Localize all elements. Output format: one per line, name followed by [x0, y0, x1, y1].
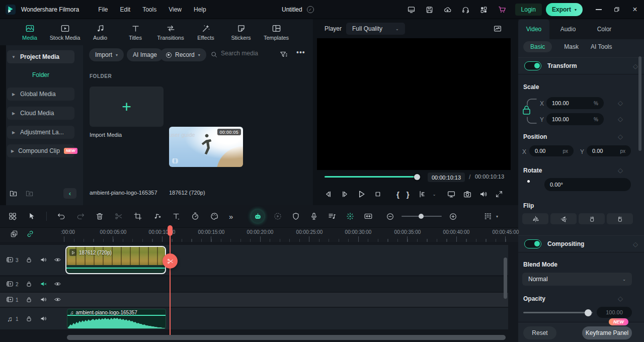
- mirror-display-icon[interactable]: [447, 190, 456, 199]
- keyframe-diamond-icon[interactable]: ◇: [618, 167, 623, 174]
- timeline-video-clip[interactable]: 187612 (720p): [65, 246, 166, 274]
- ai-assistant-icon[interactable]: [251, 210, 264, 223]
- track-video-1[interactable]: 1: [0, 293, 508, 307]
- record-button[interactable]: Record▾: [160, 48, 206, 61]
- timeline-vertical-scrollbar[interactable]: [504, 258, 507, 299]
- marker-icon[interactable]: [291, 212, 300, 221]
- speaker-icon[interactable]: [40, 315, 47, 322]
- store-cart-icon[interactable]: [493, 0, 511, 19]
- select-cursor-icon[interactable]: [27, 212, 36, 221]
- eye-icon[interactable]: [54, 296, 61, 303]
- properties-scrollbar[interactable]: [638, 56, 641, 151]
- menu-help[interactable]: Help: [188, 0, 212, 19]
- track-video-2[interactable]: 2: [0, 277, 508, 292]
- search-input[interactable]: [221, 50, 274, 57]
- stop-icon[interactable]: [373, 190, 382, 199]
- lock-icon[interactable]: [25, 280, 33, 288]
- minimize-button[interactable]: [590, 0, 608, 19]
- playhead-handle[interactable]: [168, 225, 173, 236]
- voiceover-mic-icon[interactable]: [309, 212, 318, 221]
- previous-frame-icon[interactable]: [324, 190, 333, 199]
- sidebar-item-adjustment-layer[interactable]: ▶Adjustment La...: [7, 126, 74, 139]
- tab-media[interactable]: Media: [13, 21, 46, 44]
- current-time[interactable]: 00:00:10:13: [428, 173, 465, 182]
- apps-grid-icon[interactable]: [475, 0, 493, 19]
- menu-tools[interactable]: Tools: [136, 0, 163, 19]
- auto-ripple-icon[interactable]: [346, 212, 355, 221]
- sidebar-item-global-media[interactable]: ▶Global Media: [7, 88, 74, 101]
- opacity-slider-knob[interactable]: [585, 309, 592, 316]
- subtab-ai-tools[interactable]: AI Tools: [591, 43, 612, 50]
- delete-icon[interactable]: [95, 212, 104, 221]
- scopes-icon[interactable]: [493, 24, 502, 33]
- subtab-mask[interactable]: Mask: [564, 43, 579, 50]
- video-preview[interactable]: [317, 38, 511, 170]
- speaker-icon[interactable]: [40, 256, 47, 264]
- link-clips-icon[interactable]: [26, 230, 34, 238]
- mark-in-icon[interactable]: {: [396, 190, 399, 199]
- scale-x-field[interactable]: %: [546, 97, 604, 109]
- undo-icon[interactable]: [57, 212, 66, 221]
- import-button[interactable]: Import▾: [89, 48, 124, 61]
- snapshot-camera-icon[interactable]: [463, 190, 472, 199]
- tab-color[interactable]: Color: [587, 19, 622, 39]
- rotate-right-button[interactable]: [579, 213, 605, 224]
- tab-video[interactable]: Video: [518, 19, 549, 39]
- speaker-muted-icon[interactable]: [40, 280, 47, 288]
- sidebar-item-compound-clip[interactable]: ▶Compound Clip NEW: [7, 144, 74, 157]
- ai-image-button[interactable]: AI Image: [127, 48, 163, 61]
- scale-y-field[interactable]: %: [546, 113, 604, 125]
- lock-icon[interactable]: [25, 256, 33, 264]
- support-headset-icon[interactable]: [457, 0, 475, 19]
- playhead-line[interactable]: [170, 225, 171, 335]
- media-layout-icon[interactable]: [8, 212, 17, 221]
- split-clip-button[interactable]: [163, 253, 178, 269]
- audio-mixer-icon[interactable]: [328, 212, 337, 221]
- tab-audio[interactable]: Audio: [549, 19, 587, 39]
- redo-icon[interactable]: [76, 212, 85, 221]
- tab-titles[interactable]: Titles: [119, 21, 152, 44]
- opacity-slider[interactable]: [523, 312, 593, 313]
- delete-folder-icon[interactable]: [25, 189, 34, 198]
- more-options-icon[interactable]: •••: [296, 48, 305, 56]
- tab-stock-media[interactable]: Stock Media: [48, 21, 82, 44]
- keyframe-diamond-icon[interactable]: ◇: [633, 241, 638, 247]
- lock-icon[interactable]: [25, 296, 33, 303]
- filter-icon[interactable]: [279, 50, 288, 59]
- tab-audio[interactable]: Audio: [84, 21, 117, 44]
- more-tools-icon[interactable]: »: [229, 212, 233, 221]
- eye-icon[interactable]: [54, 256, 61, 264]
- split-scissors-icon[interactable]: [114, 212, 123, 221]
- sidebar-item-project-media[interactable]: ▼Project Media: [7, 50, 74, 63]
- login-button[interactable]: Login: [515, 4, 542, 16]
- volume-icon[interactable]: [479, 190, 488, 199]
- tab-transitions[interactable]: Transitions: [154, 21, 187, 44]
- rotate-field[interactable]: [544, 178, 631, 191]
- add-text-icon[interactable]: [172, 212, 181, 221]
- position-y-input[interactable]: [592, 148, 618, 154]
- menu-view[interactable]: View: [163, 0, 188, 19]
- keyframe-diamond-icon[interactable]: ◇: [618, 100, 623, 106]
- subtab-basic[interactable]: Basic: [523, 41, 552, 52]
- eye-icon[interactable]: [54, 280, 61, 288]
- fit-timeline-icon[interactable]: [364, 212, 373, 221]
- save-icon[interactable]: [421, 0, 439, 19]
- next-frame-icon[interactable]: [340, 190, 349, 199]
- speaker-icon[interactable]: [40, 296, 47, 303]
- collapse-sidebar-button[interactable]: ‹: [63, 188, 76, 199]
- chevron-down-icon[interactable]: ▾: [496, 214, 498, 219]
- track-height-icon[interactable]: [483, 212, 492, 221]
- import-media-tile[interactable]: +: [90, 87, 164, 127]
- opacity-field[interactable]: [597, 307, 632, 318]
- sidebar-item-cloud-media[interactable]: ▶Cloud Media: [7, 107, 74, 120]
- keyframe-diamond-icon[interactable]: ◇: [618, 295, 623, 302]
- rotate-input[interactable]: [550, 182, 625, 188]
- playback-progress-bar[interactable]: [325, 176, 417, 178]
- timeline-audio-clip[interactable]: ♫ ambient-piano-logo-165357: [67, 309, 166, 329]
- mark-out-icon[interactable]: }: [407, 190, 410, 199]
- color-palette-icon[interactable]: [210, 212, 219, 221]
- transform-toggle[interactable]: [524, 61, 541, 70]
- preview-render-icon[interactable]: [273, 212, 282, 221]
- add-to-timeline-icon[interactable]: [10, 230, 18, 238]
- scale-x-input[interactable]: [552, 100, 592, 106]
